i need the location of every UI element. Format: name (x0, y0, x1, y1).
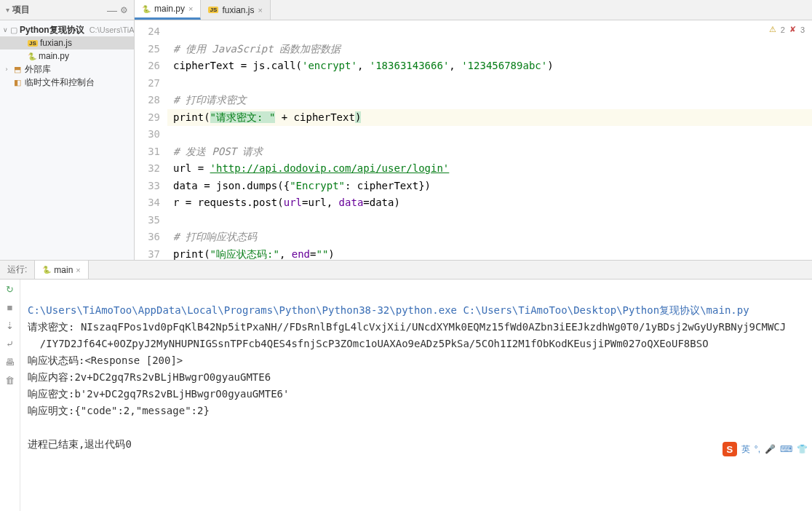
js-file-icon: JS (208, 7, 218, 13)
python-file-icon: 🐍 (42, 266, 51, 274)
run-panel-header: 运行: 🐍 main × (0, 261, 812, 280)
project-panel-title: 项目 (12, 4, 30, 16)
tab-label: fuxian.js (222, 5, 254, 15)
output-value: NIszaqFPos1vd0pFqKlB42Np5itPxaNH//FDsRnl… (81, 321, 786, 333)
output-label: 响应状态码: (28, 354, 84, 366)
tree-root-label: Python复现协议 (20, 24, 84, 36)
output-value: <Response [200]> (84, 354, 183, 366)
editor-tab-fuxian[interactable]: JS fuxian.js × (201, 0, 270, 20)
project-panel-header: ▾ 项目 — ⚙ (0, 0, 134, 20)
folder-icon: ▢ (10, 25, 17, 35)
scratch-icon: ◧ (12, 78, 23, 87)
tree-file-label: main.py (39, 51, 69, 61)
tree-file-main[interactable]: 🐍 main.py (0, 49, 134, 63)
ime-mic-icon[interactable]: 🎤 (765, 444, 776, 454)
output-value: b'2v+DC2gq7Rs2vBLjHBwgrO0gyauGMTE6' (74, 388, 289, 400)
tree-file-label: fuxian.js (40, 38, 72, 48)
close-icon[interactable]: × (76, 266, 80, 274)
ime-keyboard-icon[interactable]: ⌨ (780, 444, 792, 454)
editor-tabs-bar: 🐍 main.py × JS fuxian.js × (135, 0, 812, 20)
tree-external-label: 外部库 (25, 63, 51, 76)
chevron-right-icon[interactable]: › (3, 66, 10, 73)
run-toolbar: ↻ ■ ⇣ ⤶ 🖶 🗑 (0, 280, 20, 511)
line-gutter: 24 25 26 27 28 29 30 31 32 33 34 35 36 3… (135, 20, 167, 260)
tree-root-path: C:\Users\TiAmo (89, 25, 134, 34)
library-icon: ⬒ (12, 65, 23, 74)
ime-toolbar[interactable]: S 英 °, 🎤 ⌨ 👕 (723, 442, 808, 456)
print-icon[interactable]: 🖶 (4, 357, 17, 368)
output-label: 响应明文: (28, 405, 74, 416)
run-panel: 运行: 🐍 main × ↻ ■ ⇣ ⤶ 🖶 🗑 C:\Users\TiAmoT… (0, 261, 812, 511)
code-content[interactable]: # 使用 JavaScript 函数加密数据 cipherText = js.c… (167, 20, 812, 260)
code-comment: # 打印响应状态码 (173, 231, 257, 242)
code-comment: # 打印请求密文 (173, 94, 247, 106)
editor-tab-main[interactable]: 🐍 main.py × (135, 0, 201, 20)
js-file-icon: JS (28, 40, 38, 47)
output-value: {"code":2,"message":2} (74, 405, 209, 416)
python-file-icon: 🐍 (142, 5, 151, 13)
output-label: 请求密文: (28, 321, 74, 333)
output-label: 响应密文: (28, 388, 74, 400)
sogou-ime-icon[interactable]: S (723, 442, 737, 456)
wrap-icon[interactable]: ⤶ (4, 338, 17, 349)
project-tree: ∨ ▢ Python复现协议 C:\Users\TiAmo JS fuxian.… (0, 20, 134, 92)
close-icon[interactable]: × (188, 4, 193, 13)
tree-scratches[interactable]: ◧ 临时文件和控制台 (0, 76, 134, 89)
run-output[interactable]: C:\Users\TiAmoToo\AppData\Local\Programs… (20, 280, 812, 511)
ime-lang-label[interactable]: 英 (741, 443, 750, 456)
code-comment: # 使用 JavaScript 函数加密数据 (173, 43, 341, 55)
collapse-icon[interactable]: ▾ (6, 6, 9, 14)
editor-area: 🐍 main.py × JS fuxian.js × ⚠2 ✘3 24 25 (135, 0, 812, 260)
tree-file-fuxian[interactable]: JS fuxian.js (0, 36, 134, 49)
code-editor[interactable]: 24 25 26 27 28 29 30 31 32 33 34 35 36 3… (135, 20, 812, 260)
tree-root-folder[interactable]: ∨ ▢ Python复现协议 C:\Users\TiAmo (0, 23, 134, 36)
minimize-icon[interactable]: — (107, 4, 117, 16)
gear-icon[interactable]: ⚙ (120, 5, 128, 15)
output-value: 2v+DC2gq7Rs2vBLjHBwgrO0gyauGMTE6 (74, 371, 271, 383)
ime-punct-icon[interactable]: °, (755, 444, 760, 454)
python-file-icon: 🐍 (28, 52, 36, 60)
tree-external-libs[interactable]: › ⬒ 外部库 (0, 63, 134, 76)
output-value-cont: /IY7D2Jf64C+0OZpyJ2MyNHUPNIGSsnTPFcb4QES… (40, 338, 709, 349)
trash-icon[interactable]: 🗑 (4, 375, 17, 386)
stop-icon[interactable]: ■ (4, 302, 17, 313)
close-icon[interactable]: × (258, 6, 263, 15)
rerun-icon[interactable]: ↻ (4, 284, 17, 295)
ime-skin-icon[interactable]: 👕 (797, 444, 808, 454)
scroll-icon[interactable]: ⇣ (4, 320, 17, 331)
output-exit-message: 进程已结束,退出代码0 (28, 438, 132, 450)
output-label: 响应内容: (28, 371, 74, 383)
chevron-down-icon[interactable]: ∨ (3, 26, 8, 33)
output-command: C:\Users\TiAmoToo\AppData\Local\Programs… (28, 304, 659, 316)
run-tab-label: main (54, 265, 73, 275)
run-tab-main[interactable]: 🐍 main × (35, 261, 88, 279)
run-panel-title: 运行: (0, 261, 35, 279)
project-panel: ▾ 项目 — ⚙ ∨ ▢ Python复现协议 C:\Users\TiAmo J… (0, 0, 135, 260)
tree-scratches-label: 临时文件和控制台 (25, 76, 95, 89)
code-comment: # 发送 POST 请求 (173, 146, 263, 157)
tab-label: main.py (154, 4, 185, 14)
